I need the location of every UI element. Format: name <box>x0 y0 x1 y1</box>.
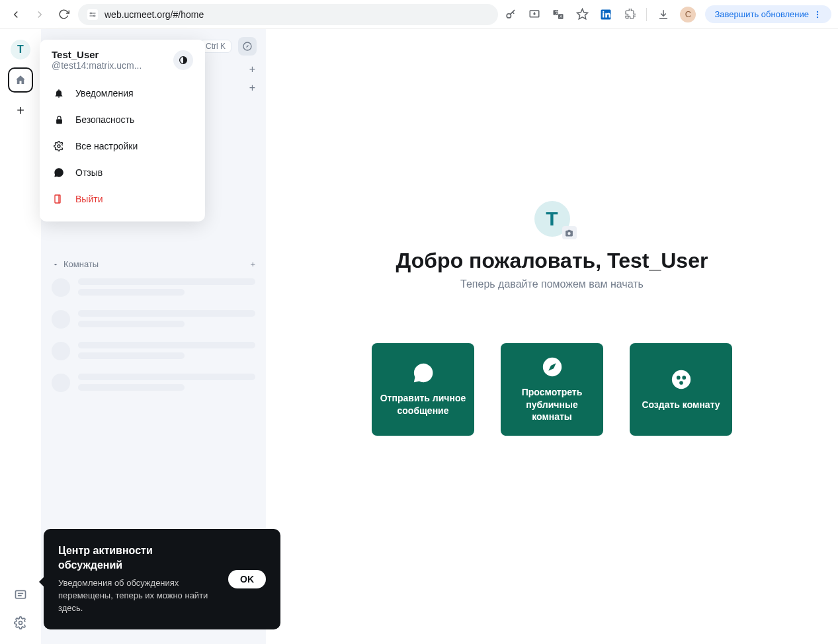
key-icon[interactable] <box>503 7 518 22</box>
svg-point-27 <box>671 370 690 388</box>
svg-point-0 <box>91 13 92 14</box>
user-menu-name: Test_User <box>52 49 142 60</box>
svg-rect-14 <box>603 13 605 17</box>
site-settings-icon[interactable] <box>87 9 98 20</box>
bell-icon <box>53 88 65 99</box>
chevron-down-icon <box>52 261 60 268</box>
svg-point-33 <box>58 145 60 147</box>
welcome-title: Добро пожаловать, Test_User <box>396 249 708 273</box>
gear-icon <box>53 141 65 151</box>
svg-text:文: 文 <box>555 10 559 15</box>
home-space-button[interactable] <box>8 67 33 93</box>
url-text: web.ucmeet.org/#/home <box>105 9 204 20</box>
bookmark-icon[interactable] <box>575 7 589 22</box>
svg-point-15 <box>603 11 605 12</box>
extensions-icon[interactable] <box>622 7 637 22</box>
settings-icon[interactable] <box>14 616 27 629</box>
lock-icon <box>53 115 65 125</box>
room-list-placeholder <box>41 272 266 412</box>
svg-marker-12 <box>577 9 588 19</box>
svg-point-29 <box>682 376 686 380</box>
tooltip-ok-button[interactable]: OK <box>228 570 266 588</box>
user-menu-id: @test14:matrix.ucm... <box>52 60 142 71</box>
change-avatar-button[interactable] <box>562 226 577 239</box>
add-space-button[interactable]: + <box>11 101 30 120</box>
chat-bubble-icon <box>53 167 65 178</box>
add-room-button[interactable]: + <box>250 259 255 269</box>
chat-icon <box>412 362 435 384</box>
menu-item-security[interactable]: Безопасность <box>40 106 205 133</box>
svg-point-3 <box>94 15 95 17</box>
explore-rooms-card[interactable]: Просмотреть публичные комнаты <box>501 343 603 436</box>
user-menu-popover: Test_User @test14:matrix.ucm... Уведомле… <box>40 40 205 221</box>
svg-text:A: A <box>560 15 563 19</box>
threads-icon[interactable] <box>14 588 27 602</box>
svg-point-28 <box>676 376 680 380</box>
profile-avatar[interactable]: C <box>680 7 696 22</box>
add-button-2[interactable]: + <box>249 82 255 94</box>
svg-point-18 <box>817 16 818 17</box>
rooms-section-header[interactable]: Комнаты + <box>41 257 266 272</box>
download-icon[interactable] <box>656 7 671 22</box>
svg-point-17 <box>817 13 818 15</box>
divider <box>646 8 647 21</box>
menu-item-feedback[interactable]: Отзыв <box>40 159 205 186</box>
more-vert-icon <box>813 10 822 19</box>
svg-point-16 <box>817 11 818 12</box>
group-icon <box>670 368 692 391</box>
forward-button[interactable] <box>30 5 49 24</box>
reload-button[interactable] <box>54 5 73 24</box>
svg-rect-32 <box>56 119 62 124</box>
welcome-subtitle: Теперь давайте поможем вам начать <box>460 278 644 290</box>
svg-point-22 <box>19 622 22 625</box>
translate-icon[interactable]: 文A <box>551 7 566 22</box>
svg-rect-34 <box>55 195 60 203</box>
browser-toolbar: web.ucmeet.org/#/home 文A C Завершить обн… <box>0 0 838 29</box>
home-panel: T Добро пожаловать, Test_User Теперь дав… <box>266 29 838 644</box>
add-button[interactable]: + <box>249 63 255 75</box>
svg-point-30 <box>679 381 683 385</box>
create-room-card[interactable]: Создать комнату <box>630 343 732 436</box>
threads-tooltip: Центр активности обсуждений Уведомления … <box>44 529 280 629</box>
space-rail: T + <box>0 29 41 644</box>
install-icon[interactable] <box>527 7 542 22</box>
address-bar[interactable]: web.ucmeet.org/#/home <box>78 4 498 25</box>
logout-icon <box>53 194 65 204</box>
tooltip-title: Центр активности обсуждений <box>58 543 219 572</box>
svg-marker-24 <box>246 45 249 48</box>
svg-rect-19 <box>16 590 26 598</box>
explore-button[interactable] <box>238 37 257 56</box>
tooltip-description: Уведомления об обсуждениях перемещены, т… <box>58 577 219 615</box>
back-button[interactable] <box>7 5 25 24</box>
menu-item-settings[interactable]: Все настройки <box>40 133 205 159</box>
user-avatar-small[interactable]: T <box>11 40 30 60</box>
menu-item-logout[interactable]: Выйти <box>40 186 205 212</box>
theme-toggle-button[interactable] <box>173 50 193 70</box>
linkedin-icon[interactable] <box>599 7 613 22</box>
update-button[interactable]: Завершить обновление <box>705 5 831 23</box>
send-dm-card[interactable]: Отправить личное сообщение <box>372 343 474 436</box>
menu-item-notifications[interactable]: Уведомления <box>40 80 205 106</box>
compass-icon <box>541 356 564 378</box>
